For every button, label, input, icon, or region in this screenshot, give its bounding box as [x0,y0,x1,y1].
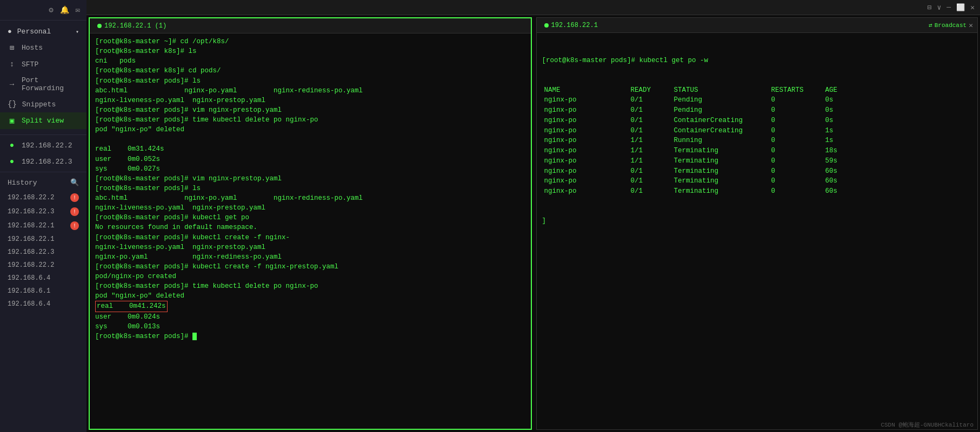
split-view-icon: ▣ [8,116,16,125]
right-pane-tab[interactable]: 192.168.22.1 [541,22,601,29]
sftp-icon: ↕ [8,60,16,69]
row-9-restarts: 0 [769,186,823,197]
row-2-ready: 0/1 [629,116,672,126]
left-terminal-body[interactable]: [root@k8s-master ~]# cd /opt/k8s/ [root@… [90,33,531,429]
row-1-status: Pending [672,105,769,116]
row-3-ready: 0/1 [629,126,672,136]
sidebar-divider-2 [0,172,86,172]
history-ip-0: 192.168.22.2 [8,194,54,201]
personal-icon: ● [8,28,12,36]
mail-icon[interactable]: ✉ [76,5,80,15]
row-0-ready: 0/1 [629,95,672,105]
sftp-label: SFTP [22,60,38,69]
sidebar-top-icons: ⚙ 🔔 ✉ [49,5,80,15]
sidebar-item-host-2[interactable]: ● 192.168.22.3 [0,153,86,170]
row-5-age: 18s [823,146,866,156]
left-pane-tab[interactable]: 192.168.22.1 (1) [94,22,170,30]
right-terminal-prompt: [root@k8s-master pods]# kubectl get po -… [542,56,972,65]
row-0-name: nginx-po [542,95,629,105]
row-6-status: Terminating [672,156,769,166]
right-terminal-body[interactable]: [root@k8s-master pods]# kubectl get po -… [537,33,978,429]
row-2-name: nginx-po [542,116,629,126]
col-name-header: NAME [542,85,629,96]
row-6-restarts: 0 [769,156,823,166]
right-terminal-pane: 192.168.22.1 ⇄ Broadcast ✕ [root@k8s-mas… [536,17,978,430]
row-8-ready: 0/1 [629,176,672,186]
main-area: ⊟ ∨ — ⬜ ✕ 192.168.22.1 (1) [root@k8s-mas… [86,0,980,432]
minimize-icon[interactable]: — [946,3,951,12]
row-3-name: nginx-po [542,126,629,136]
chevron-down-icon[interactable]: ∨ [937,3,942,12]
row-4-age: 1s [823,136,866,146]
top-bar: ⊟ ∨ — ⬜ ✕ [86,0,980,15]
settings-icon[interactable]: ⚙ [49,5,53,15]
sidebar-item-host-1[interactable]: ● 192.168.22.2 [0,137,86,153]
row-4-ready: 1/1 [629,136,672,146]
row-3-age: 1s [823,126,866,136]
history-item-1[interactable]: 192.168.22.3 ! [0,205,86,219]
search-icon[interactable]: 🔍 [70,178,79,187]
history-ip-4: 192.168.22.3 [8,248,54,256]
row-0-status: Pending [672,95,769,105]
row-5-status: Terminating [672,146,769,156]
row-3-restarts: 0 [769,126,823,136]
maximize-icon[interactable]: ⬜ [956,3,965,12]
row-4-restarts: 0 [769,136,823,146]
sidebar-item-hosts[interactable]: ⊞ Hosts [0,39,86,56]
row-2-restarts: 0 [769,116,823,126]
broadcast-text: Broadcast [935,22,966,29]
history-item-3[interactable]: 192.168.22.1 [0,233,86,246]
row-5-name: nginx-po [542,146,629,156]
row-8-name: nginx-po [542,176,629,186]
broadcast-label[interactable]: ⇄ Broadcast ✕ [929,21,973,30]
history-item-2[interactable]: 192.168.22.1 ! [0,219,86,233]
sidebar-item-snippets[interactable]: {} Snippets [0,96,86,112]
window-controls: ⊟ ∨ — ⬜ ✕ [928,3,975,12]
sidebar-item-sftp[interactable]: ↕ SFTP [0,56,86,72]
port-forwarding-label: Port Forwarding [22,76,79,92]
broadcast-close[interactable]: ✕ [969,21,973,30]
right-terminal-cursor: ] [542,216,972,226]
personal-group[interactable]: ● Personal ▾ [0,24,86,39]
sidebar-divider-1 [0,134,86,135]
history-ip-7: 192.168.6.1 [8,287,50,295]
host-2-icon: ● [8,157,16,166]
history-item-7[interactable]: 192.168.6.1 [0,285,86,298]
history-badge-0: ! [70,193,79,202]
row-9-status: Terminating [672,186,769,197]
sidebar-item-split-view[interactable]: ▣ Split view [0,112,86,129]
history-ip-3: 192.168.22.1 [8,235,54,243]
history-item-0[interactable]: 192.168.22.2 ! [0,191,86,205]
snippets-label: Snippets [22,100,56,109]
row-2-age: 0s [823,116,866,126]
host-1-ip: 192.168.22.2 [22,141,72,150]
split-view-label: Split view [22,117,64,125]
row-4-name: nginx-po [542,136,629,146]
host-2-ip: 192.168.22.3 [22,158,72,166]
row-3-status: ContainerCreating [672,126,769,136]
left-terminal-pane: 192.168.22.1 (1) [root@k8s-master ~]# cd… [89,17,532,430]
history-item-6[interactable]: 192.168.6.4 [0,272,86,285]
col-age-header: AGE [823,85,866,96]
col-ready-header: READY [629,85,672,96]
kubectl-output-table: NAME READY STATUS RESTARTS AGE nginx-po … [542,85,972,197]
row-7-restarts: 0 [769,166,823,177]
history-item-4[interactable]: 192.168.22.3 [0,246,86,259]
row-0-restarts: 0 [769,95,823,105]
bell-icon[interactable]: 🔔 [60,5,69,15]
row-5-restarts: 0 [769,146,823,156]
history-ip-5: 192.168.22.2 [8,261,54,269]
hosts-icon: ⊞ [8,43,16,52]
col-status-header: STATUS [672,85,769,96]
row-8-age: 60s [823,176,866,186]
history-item-5[interactable]: 192.168.22.2 [0,259,86,272]
right-tab-label: 192.168.22.1 [551,22,598,29]
tab-dot [97,24,102,28]
sidebar-item-port-forwarding[interactable]: → Port Forwarding [0,72,86,96]
highlight-box: real 0m41.242s [95,301,168,312]
row-6-age: 59s [823,156,866,166]
close-icon[interactable]: ✕ [970,3,975,12]
history-item-8[interactable]: 192.168.6.4 [0,298,86,310]
split-icon[interactable]: ⊟ [928,3,932,12]
sidebar: ⚙ 🔔 ✉ ● Personal ▾ ⊞ Hosts ↕ SFTP → Port… [0,0,86,432]
